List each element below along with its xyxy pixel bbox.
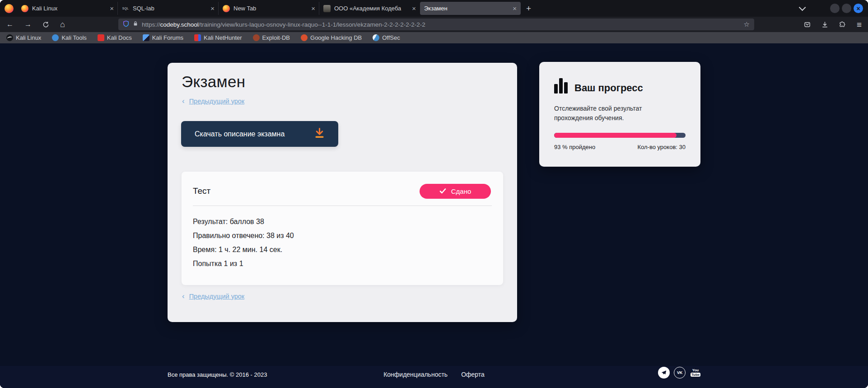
bookmark-kali-linux[interactable]: Kali Linux (6, 34, 41, 41)
page-title: Экзамен (182, 73, 245, 91)
bookmark-exploit-db[interactable]: Exploit-DB (253, 34, 290, 41)
forward-icon[interactable]: → (24, 21, 32, 28)
window-close-button[interactable]: × (854, 4, 863, 13)
progress-card: Ваш прогресс Отслеживайте свой результат… (539, 62, 700, 167)
chevron-left-icon: ‹ (182, 292, 185, 300)
kali-nethunter-icon (194, 34, 201, 41)
firefox-favicon-icon (223, 5, 230, 12)
previous-lesson-link-bottom[interactable]: ‹ Предыдущий урок (182, 292, 244, 300)
url-text: https://codeby.school/training/view/kurs… (142, 21, 740, 28)
privacy-link[interactable]: Конфиденциальность (383, 371, 448, 378)
footer-links: Конфиденциальность Оферта (0, 371, 868, 378)
toolbar-buttons: ≡ (804, 20, 862, 29)
tab-close-icon[interactable]: × (412, 5, 416, 12)
lesson-card: Экзамен ‹ Предыдущий урок Скачать описан… (168, 63, 517, 322)
bookmark-kali-tools[interactable]: Kali Tools (52, 34, 86, 41)
bookmark-star-icon[interactable]: ☆ (743, 20, 749, 28)
window-maximize-button[interactable] (842, 4, 851, 13)
navigation-toolbar: ← → ⌂ https://codeby.school/training/vie… (0, 17, 868, 32)
extensions-puzzle-icon[interactable] (839, 21, 846, 28)
kali-docs-icon (98, 34, 104, 41)
result-correct: Правильно отвечено: 38 из 40 (193, 232, 294, 239)
reload-icon[interactable] (42, 21, 49, 28)
checkmark-icon (439, 187, 446, 196)
tab-bar: Kali Linux × SQL SQL-lab × New Tab × ООО… (0, 0, 868, 17)
bookmark-kali-docs[interactable]: Kali Docs (98, 34, 132, 41)
result-attempt: Попытка 1 из 1 (193, 260, 294, 267)
tab-ekzamen-active[interactable]: Экзамен × (420, 2, 521, 15)
lessons-count-label: Кол-во уроков: 30 (637, 144, 686, 150)
tab-title: New Tab (233, 5, 308, 12)
lock-icon[interactable] (133, 20, 138, 28)
kali-forums-icon (143, 34, 149, 41)
tab-close-icon[interactable]: × (210, 5, 215, 12)
sql-favicon-icon: SQL (122, 5, 129, 12)
tab-close-icon[interactable]: × (311, 5, 315, 12)
tab-academy[interactable]: ООО «Академия Кодеба × (319, 2, 420, 15)
tab-close-icon[interactable]: × (110, 5, 114, 12)
offer-link[interactable]: Оферта (461, 371, 485, 378)
tab-title: Экзамен (424, 5, 510, 12)
window-controls: × (830, 4, 863, 13)
tab-sql-lab[interactable]: SQL SQL-lab × (118, 2, 219, 15)
previous-lesson-link-top[interactable]: ‹ Предыдущий урок (182, 97, 244, 105)
url-bar[interactable]: https://codeby.school/training/view/kurs… (118, 19, 754, 30)
menu-hamburger-icon[interactable]: ≡ (857, 20, 862, 29)
firefox-logo-icon (5, 4, 14, 13)
downloads-icon[interactable] (821, 21, 828, 28)
tab-new-tab[interactable]: New Tab × (219, 2, 319, 15)
tab-title: Kali Linux (32, 5, 107, 12)
bar-chart-icon (554, 78, 568, 93)
test-results-list: Результат: баллов 38 Правильно отвечено:… (193, 218, 294, 267)
youtube-icon[interactable]: You Tube (690, 367, 701, 379)
new-tab-button[interactable]: + (526, 4, 531, 14)
back-icon[interactable]: ← (6, 21, 14, 28)
divider (193, 206, 492, 206)
download-icon (313, 127, 326, 141)
bookmark-offsec[interactable]: OffSec (373, 34, 400, 41)
vk-icon[interactable]: VK (674, 367, 686, 379)
offsec-icon (373, 34, 379, 41)
bookmark-kali-nethunter[interactable]: Kali NetHunter (194, 34, 242, 41)
site-favicon-icon (323, 5, 331, 12)
tracking-protection-shield-icon[interactable] (123, 20, 129, 29)
telegram-icon[interactable] (658, 367, 670, 379)
home-icon[interactable]: ⌂ (60, 20, 65, 28)
tab-title: SQL-lab (133, 5, 208, 12)
exploit-db-icon (253, 34, 260, 41)
tab-kali-linux[interactable]: Kali Linux × (17, 2, 118, 15)
status-badge-passed: Сдано (420, 184, 491, 199)
tab-title: ООО «Академия Кодеба (334, 5, 409, 12)
browser-window: Kali Linux × SQL SQL-lab × New Tab × ООО… (0, 0, 868, 388)
progress-labels: 93 % пройдено Кол-во уроков: 30 (554, 144, 686, 150)
progress-description: Отслеживайте свой результат прохождения … (554, 104, 669, 123)
download-exam-description-button[interactable]: Скачать описание экзамна (181, 121, 338, 147)
nav-buttons: ← → ⌂ (6, 20, 65, 28)
tab-close-icon[interactable]: × (513, 5, 517, 12)
test-result-card: Тест Сдано Результат: баллов 38 Правильн… (182, 172, 503, 285)
bookmark-google-hacking-db[interactable]: Google Hacking DB (301, 34, 362, 41)
firefox-favicon-icon (21, 5, 28, 12)
percent-passed-label: 93 % пройдено (554, 144, 595, 150)
google-hacking-db-icon (301, 34, 308, 41)
progress-fill (554, 133, 677, 138)
tab-overflow-chevron-down-icon[interactable] (799, 4, 806, 11)
kali-tools-icon (52, 34, 59, 41)
bookmark-kali-forums[interactable]: Kali Forums (143, 34, 183, 41)
test-title: Тест (193, 186, 210, 196)
progress-header: Ваш прогресс (554, 78, 643, 93)
progress-bar (554, 133, 686, 138)
kali-dragon-icon (6, 34, 13, 41)
chevron-left-icon: ‹ (182, 97, 185, 105)
window-minimize-button[interactable] (830, 4, 840, 13)
result-time: Время: 1 ч. 22 мин. 14 сек. (193, 246, 294, 253)
progress-title: Ваш прогресс (574, 83, 643, 93)
result-score: Результат: баллов 38 (193, 218, 294, 225)
bookmarks-bar: Kali Linux Kali Tools Kali Docs Kali For… (0, 32, 868, 43)
pocket-save-icon[interactable] (804, 21, 811, 28)
page-viewport: Экзамен ‹ Предыдущий урок Скачать описан… (0, 43, 868, 388)
social-links: VK You Tube (658, 367, 701, 379)
